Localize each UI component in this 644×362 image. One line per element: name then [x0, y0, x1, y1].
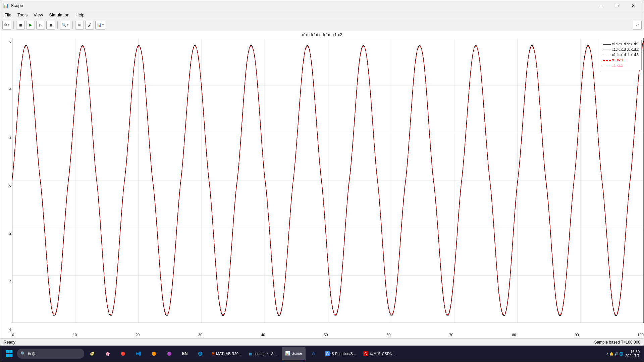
legend-row-3: x1d dx1d ddx1d:3 — [603, 52, 639, 58]
y-axis: 6 4 2 0 -2 -4 -6 — [0, 38, 12, 338]
taskbar-sfunction[interactable]: G S-Function/S... — [322, 347, 359, 360]
menu-view[interactable]: View — [31, 12, 46, 18]
legend-row-1: x1d dx1d ddx1d:1 — [603, 42, 639, 47]
x-label-80: 80 — [512, 333, 516, 337]
settings-dropdown[interactable]: ⚙ ▾ — [2, 21, 11, 29]
menu-help[interactable]: Help — [73, 12, 87, 18]
taskbar-app1[interactable]: 🔴 — [116, 347, 130, 360]
taskbar-lang[interactable]: EN — [177, 347, 192, 360]
menu-file[interactable]: File — [2, 12, 14, 18]
svg-rect-1 — [9, 350, 12, 353]
step-button[interactable]: ▷ — [36, 21, 45, 29]
x-axis-labels: 0 10 20 30 40 50 60 70 80 90 100 — [12, 332, 644, 337]
x-label-50: 50 — [324, 333, 328, 337]
x-label-30: 30 — [198, 333, 202, 337]
legend-line-5 — [603, 66, 611, 66]
settings-icon: ⚙ — [4, 23, 7, 27]
x-label-60: 60 — [386, 333, 390, 337]
windows-icon — [6, 350, 12, 357]
zoom-arrow: ▾ — [67, 23, 68, 26]
x-label-100: 100 — [638, 333, 644, 337]
scope-icon: 📊 — [3, 3, 9, 8]
chart-arrow: ▾ — [102, 23, 104, 26]
legend-label-1: x1d dx1d ddx1d:1 — [612, 42, 639, 47]
zoom-dropdown[interactable]: 🔍 ▾ — [60, 21, 70, 29]
search-icon: 🔍 — [20, 351, 25, 356]
legend-label-3: x1d dx1d ddx1d:3 — [612, 52, 639, 58]
taskbar-sfunction-label: S-Function/S... — [331, 352, 356, 356]
menu-simulation[interactable]: Simulation — [46, 12, 72, 18]
window-title: Scope — [11, 3, 23, 8]
maximize-button[interactable]: □ — [609, 1, 625, 11]
word-icon: W — [312, 352, 315, 356]
cursor-button[interactable]: 🖋 — [85, 21, 94, 29]
time-display: 16:50 — [630, 350, 640, 354]
settings-arrow: ▾ — [8, 23, 9, 26]
simulink-icon: ▦ — [249, 352, 252, 356]
taskbar-csdn-label: 写文章-CSDN... — [370, 351, 395, 356]
y-label-2: 2 — [9, 135, 11, 139]
legend-line-1 — [603, 44, 611, 45]
taskbar-simulink[interactable]: ▦ untitled * - Si... — [246, 347, 281, 360]
legend-line-4 — [603, 60, 611, 61]
run-button[interactable]: ▶ — [26, 21, 35, 29]
x-label-10: 10 — [73, 333, 77, 337]
plot-area: 6 4 2 0 -2 -4 -6 — [0, 38, 644, 338]
legend: x1d dx1d ddx1d:1 x1d dx1d ddx1d:2 x1d dx… — [600, 40, 642, 70]
taskbar-vpn[interactable]: 🌐 — [193, 347, 208, 360]
statusbar: Ready Sample based T=100.000 — [0, 338, 644, 346]
y-label-0: 0 — [9, 183, 11, 187]
titlebar-left: 📊 Scope — [3, 3, 23, 8]
taskbar-vscode[interactable] — [131, 347, 146, 360]
stop2-button[interactable]: ⏹ — [46, 21, 55, 29]
legend-row-2: x1d dx1d ddx1d:2 — [603, 47, 639, 52]
legend-row-4: x1 x2:1 — [603, 58, 639, 63]
status-right: Sample based T=100.000 — [594, 340, 640, 345]
taskbar-word[interactable]: W — [306, 347, 321, 360]
y-label-4: 4 — [9, 87, 11, 91]
legend-label-2: x1d dx1d ddx1d:2 — [612, 47, 639, 52]
svg-rect-3 — [9, 354, 12, 357]
minimize-button[interactable]: ─ — [593, 1, 609, 11]
stop-button[interactable]: ⏹ — [16, 21, 25, 29]
start-button[interactable] — [2, 346, 16, 361]
vscode-icon — [136, 351, 141, 356]
close-button[interactable]: ✕ — [626, 1, 641, 11]
taskbar-app2[interactable]: 🟠 — [147, 347, 161, 360]
expand-button[interactable]: ⤢ — [633, 21, 642, 29]
taskbar-matlab[interactable]: M MATLAB R20... — [208, 347, 245, 360]
plot-container: x1d dx1d ddx1d, x1 x2 6 4 2 0 -2 -4 -6 — [0, 31, 644, 338]
svg-rect-0 — [6, 350, 9, 353]
taskbar-scope[interactable]: 📊 Scope — [282, 347, 306, 360]
taskbar-search[interactable]: 🔍 搜索 — [17, 349, 84, 359]
titlebar: 📊 Scope ─ □ ✕ — [0, 0, 644, 11]
tray-icons[interactable]: ∧ 🔔 🔊 🌐 — [606, 352, 623, 356]
clock[interactable]: 16:50 2024/1/1 — [625, 350, 640, 358]
legend-label-5: x1 x2:2 — [612, 63, 623, 68]
toolbar-sep-3 — [72, 21, 73, 29]
x-label-40: 40 — [261, 333, 265, 337]
taskbar-matlab-label: MATLAB R20... — [216, 352, 241, 356]
x-label-20: 20 — [136, 333, 140, 337]
toolbar-sep-1 — [13, 21, 14, 29]
taskbar-app3[interactable]: 🟣 — [162, 347, 177, 360]
taskbar-tray: ∧ 🔔 🔊 🌐 16:50 2024/1/1 — [603, 350, 642, 358]
legend-line-3 — [603, 55, 611, 55]
chart-dropdown[interactable]: 📊 ▾ — [95, 21, 105, 29]
y-label-n6: -6 — [8, 327, 11, 331]
matlab-icon: M — [212, 352, 214, 356]
menubar: File Tools View Simulation Help — [0, 11, 644, 19]
x-label-0: 0 — [12, 333, 14, 337]
taskbar-avocado[interactable]: 🥑 — [85, 347, 100, 360]
autoscale-button[interactable]: ⊞ — [75, 21, 84, 29]
taskbar-csdn[interactable]: C 写文章-CSDN... — [360, 347, 399, 360]
x-label-70: 70 — [449, 333, 453, 337]
scope-taskbar-icon: 📊 — [285, 351, 290, 356]
date-display: 2024/1/1 — [625, 354, 640, 358]
svg-marker-4 — [136, 351, 141, 356]
toolbar: ⚙ ▾ ⏹ ▶ ▷ ⏹ 🔍 ▾ ⊞ 🖋 📊 ▾ ⤢ — [0, 19, 644, 31]
taskbar-flower[interactable]: 🌸 — [100, 347, 115, 360]
menu-tools[interactable]: Tools — [15, 12, 30, 18]
y-label-6: 6 — [9, 39, 11, 43]
status-text: Ready — [4, 340, 15, 345]
